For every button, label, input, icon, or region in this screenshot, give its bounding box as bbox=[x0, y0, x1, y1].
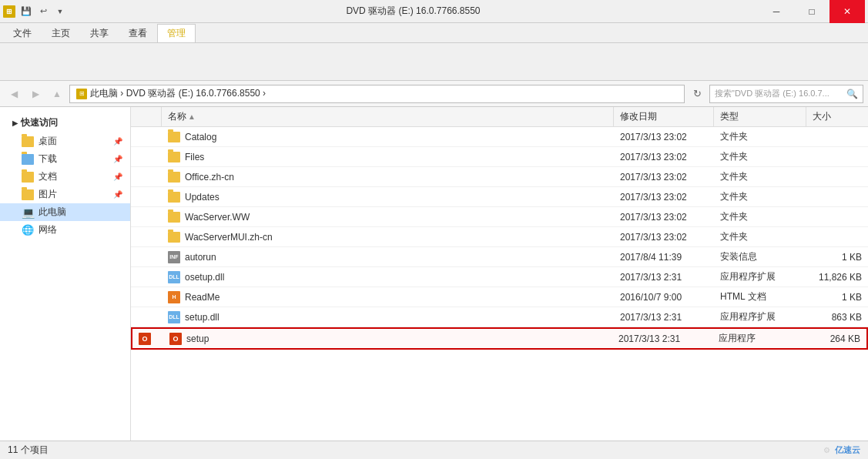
pin-icon-2: 📌 bbox=[113, 155, 122, 163]
file-type-cell: 文件夹 bbox=[714, 167, 806, 186]
col-size[interactable]: 大小 bbox=[806, 107, 868, 126]
up-button[interactable]: ▲ bbox=[48, 85, 66, 103]
sidebar-documents-label: 文档 bbox=[39, 170, 57, 183]
pictures-folder-icon bbox=[22, 189, 34, 200]
ribbon-content bbox=[0, 43, 868, 80]
ribbon-tabs: 文件 主页 共享 查看 管理 bbox=[0, 23, 868, 43]
table-row[interactable]: WacServer.WW2017/3/13 23:02文件夹 bbox=[131, 207, 868, 227]
file-type-cell: 应用程序扩展 bbox=[714, 307, 806, 327]
qa-dropdown-icon[interactable]: ▼ bbox=[52, 4, 68, 19]
file-type-cell: 文件夹 bbox=[714, 147, 806, 166]
file-icon-cell: O bbox=[132, 330, 163, 348]
file-name-cell: Updates bbox=[162, 189, 614, 206]
file-name-cell: Osetup bbox=[163, 330, 612, 348]
file-type-cell: 应用程序扩展 bbox=[714, 267, 806, 286]
file-icon-cell bbox=[131, 154, 162, 160]
file-icon-cell bbox=[131, 234, 162, 240]
refresh-button[interactable]: ↻ bbox=[688, 85, 706, 103]
quick-access-toolbar: 💾 ↩ ▼ bbox=[18, 4, 68, 19]
file-icon-cell bbox=[131, 294, 162, 300]
col-type[interactable]: 类型 bbox=[714, 107, 806, 126]
maximize-button[interactable]: □ bbox=[794, 0, 829, 23]
documents-folder-icon bbox=[22, 172, 34, 183]
table-row[interactable]: Files2017/3/13 23:02文件夹 bbox=[131, 147, 868, 167]
tab-manage[interactable]: 管理 bbox=[157, 24, 196, 42]
minimize-button[interactable]: ─ bbox=[759, 0, 794, 23]
file-icon-cell bbox=[131, 214, 162, 220]
file-icon-cell bbox=[131, 134, 162, 140]
desktop-folder-icon bbox=[22, 136, 34, 147]
downloads-folder-icon bbox=[22, 154, 34, 165]
item-count: 11 个项目 bbox=[8, 444, 49, 457]
save-qa-icon[interactable]: 💾 bbox=[18, 4, 34, 19]
quick-access-section: ▶ 快速访问 bbox=[0, 113, 130, 132]
table-row[interactable]: OOsetup2017/3/13 2:31应用程序264 KB bbox=[131, 327, 868, 350]
sidebar-item-computer[interactable]: 💻 此电脑 bbox=[0, 203, 130, 221]
app-icon: ⊞ bbox=[3, 5, 15, 18]
address-bar: ◀ ▶ ▲ ⊞ 此电脑 › DVD 驱动器 (E:) 16.0.7766.855… bbox=[0, 81, 868, 107]
tab-file[interactable]: 文件 bbox=[3, 24, 42, 42]
file-name-cell: Catalog bbox=[162, 129, 614, 146]
sidebar-item-downloads[interactable]: 下载 📌 bbox=[0, 150, 130, 168]
undo-qa-icon[interactable]: ↩ bbox=[35, 4, 51, 19]
file-list-header: 名称 ▲ 修改日期 类型 大小 bbox=[131, 107, 868, 127]
file-type-cell: 文件夹 bbox=[714, 127, 806, 146]
file-date-cell: 2017/3/13 23:02 bbox=[614, 189, 714, 206]
file-name-cell: WacServerMUI.zh-cn bbox=[162, 229, 614, 246]
table-row[interactable]: HReadMe2016/10/7 9:00HTML 文档1 KB bbox=[131, 287, 868, 307]
tab-view[interactable]: 查看 bbox=[119, 24, 157, 42]
file-size-cell bbox=[806, 174, 868, 180]
table-row[interactable]: Catalog2017/3/13 23:02文件夹 bbox=[131, 127, 868, 147]
file-size-cell bbox=[806, 194, 868, 200]
file-size-cell bbox=[806, 154, 868, 160]
computer-icon: 💻 bbox=[22, 207, 34, 218]
back-button[interactable]: ◀ bbox=[5, 85, 23, 103]
sidebar-item-desktop[interactable]: 桌面 📌 bbox=[0, 132, 130, 150]
file-date-cell: 2017/3/13 23:02 bbox=[614, 209, 714, 226]
file-date-cell: 2017/3/13 2:31 bbox=[612, 330, 712, 347]
file-icon-cell bbox=[131, 194, 162, 200]
sidebar-item-network[interactable]: 🌐 网络 bbox=[0, 221, 130, 239]
sidebar-item-documents[interactable]: 文档 📌 bbox=[0, 168, 130, 186]
search-icon[interactable]: 🔍 bbox=[846, 89, 858, 99]
table-row[interactable]: Office.zh-cn2017/3/13 23:02文件夹 bbox=[131, 167, 868, 187]
close-button[interactable]: ✕ bbox=[829, 0, 865, 23]
sidebar-downloads-label: 下载 bbox=[39, 152, 57, 166]
col-date[interactable]: 修改日期 bbox=[614, 107, 714, 126]
file-name-cell: Office.zh-cn bbox=[162, 169, 614, 186]
sort-chevron: ▲ bbox=[188, 112, 196, 121]
forward-button[interactable]: ▶ bbox=[26, 85, 45, 103]
file-size-cell: 863 KB bbox=[806, 309, 868, 326]
file-list: 名称 ▲ 修改日期 类型 大小 Catalog2017/3/13 23:02文件… bbox=[131, 107, 868, 441]
table-row[interactable]: Updates2017/3/13 23:02文件夹 bbox=[131, 187, 868, 207]
tab-home[interactable]: 主页 bbox=[42, 24, 80, 42]
quick-access-chevron: ▶ bbox=[12, 119, 18, 127]
yiyun-logo: 亿速云 bbox=[835, 444, 860, 456]
file-date-cell: 2017/3/13 23:02 bbox=[614, 129, 714, 146]
file-date-cell: 2017/3/13 23:02 bbox=[614, 229, 714, 246]
file-size-cell: 1 KB bbox=[806, 249, 868, 266]
file-size-cell: 1 KB bbox=[806, 289, 868, 306]
sidebar-item-pictures[interactable]: 图片 📌 bbox=[0, 186, 130, 203]
file-size-cell bbox=[806, 234, 868, 240]
file-name-cell: INFautorun bbox=[162, 248, 614, 266]
sidebar-pictures-label: 图片 bbox=[39, 188, 57, 201]
address-path[interactable]: ⊞ 此电脑 › DVD 驱动器 (E:) 16.0.7766.8550 › bbox=[69, 85, 685, 103]
tab-share[interactable]: 共享 bbox=[80, 24, 119, 42]
sidebar-desktop-label: 桌面 bbox=[39, 135, 57, 148]
search-box[interactable]: 搜索"DVD 驱动器 (E:) 16.0.7... 🔍 bbox=[709, 85, 863, 103]
file-name-cell: DLLosetup.dll bbox=[162, 268, 614, 286]
table-row[interactable]: WacServerMUI.zh-cn2017/3/13 23:02文件夹 bbox=[131, 227, 868, 247]
table-row[interactable]: DLLsetup.dll2017/3/13 2:31应用程序扩展863 KB bbox=[131, 307, 868, 327]
file-size-cell: 264 KB bbox=[805, 330, 866, 347]
table-row[interactable]: DLLosetup.dll2017/3/13 2:31应用程序扩展11,826 … bbox=[131, 267, 868, 287]
file-name-cell: Files bbox=[162, 149, 614, 166]
file-type-cell: 文件夹 bbox=[714, 227, 806, 246]
main-area: ▶ 快速访问 桌面 📌 下载 📌 文档 📌 bbox=[0, 107, 868, 441]
file-date-cell: 2017/3/13 2:31 bbox=[614, 269, 714, 286]
col-name[interactable]: 名称 ▲ bbox=[162, 107, 614, 126]
file-name-cell: WacServer.WW bbox=[162, 209, 614, 226]
table-row[interactable]: INFautorun2017/8/4 11:39安装信息1 KB bbox=[131, 247, 868, 267]
file-type-cell: 应用程序 bbox=[712, 329, 805, 348]
window-controls: ─ □ ✕ bbox=[759, 0, 865, 23]
